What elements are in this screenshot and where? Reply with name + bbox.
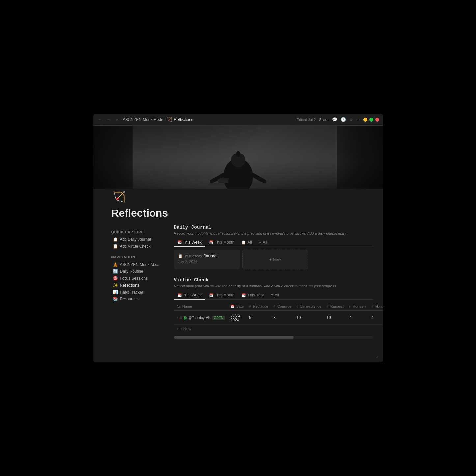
calendar-icon-2: 📅 (209, 240, 213, 245)
sidebar-item-monk-mode[interactable]: 🧘 ASCNZEN Monk Mo... (111, 261, 167, 268)
daily-routine-label: Daily Routine (120, 269, 143, 274)
add-new-label: + New (180, 327, 191, 331)
row-courage-cell: 8 (271, 311, 294, 325)
row-honesty-cell: 7 (346, 311, 369, 325)
col-honor-label: Honor (375, 304, 383, 308)
courage-col-icon: # (273, 305, 275, 308)
row-drag-icon[interactable]: ⠿ (180, 316, 182, 320)
maximize-button[interactable] (369, 118, 373, 122)
virtue-tab-all[interactable]: ≡ All (268, 291, 282, 300)
habit-tracker-label: Habit Tracker (120, 290, 143, 294)
sidebar-item-resources[interactable]: 📚 Resources (111, 295, 167, 302)
page-icon-area: 🏹 (93, 189, 383, 205)
page-icon: 🏹 (111, 189, 127, 205)
col-date-header: 📅 Date (228, 302, 246, 311)
col-date-label: Date (236, 304, 244, 308)
entry-icon: 📋 (178, 254, 182, 258)
sidebar: Quick Capture 📋 Add Daily Journal 📋 Add … (111, 225, 174, 347)
row-honor-cell: 4 (369, 311, 383, 325)
journal-tab-all-grid[interactable]: 📋 All (238, 238, 255, 247)
list-icon: ≡ (259, 240, 261, 244)
sidebar-item-add-virtue[interactable]: 📋 Add Virtue Check (111, 243, 167, 250)
resources-label: Resources (120, 297, 139, 301)
clock-icon[interactable]: 🕐 (341, 117, 346, 122)
virtue-tab-this-month-label: This Month (215, 293, 234, 297)
comment-icon[interactable]: 💬 (332, 117, 337, 122)
journal-entry-card[interactable]: 📋 @Tuesday Journal July 2, 2024 (174, 250, 240, 269)
breadcrumb-parent[interactable]: ASCNZEN Monk Mode (123, 117, 163, 122)
row-name-cell: + ⠿ 🐉 @Tuesday Vir OPEN (174, 311, 228, 325)
sidebar-item-add-journal[interactable]: 📋 Add Daily Journal (111, 236, 167, 243)
date-col-icon: 📅 (230, 305, 234, 308)
daily-journal-description: Record your thoughts and reflections wit… (174, 231, 373, 235)
row-add-icon[interactable]: + (177, 316, 179, 320)
window-controls (363, 118, 379, 122)
row-date-cell: July 2, 2024 (228, 311, 246, 325)
add-journal-label: Add Daily Journal (120, 237, 151, 242)
col-honesty-label: Honesty (353, 304, 366, 308)
sidebar-item-focus-sessions[interactable]: 🎯 Focus Sessions (111, 275, 167, 282)
nav-forward-button[interactable]: → (106, 117, 112, 123)
vc-list-icon: ≡ (271, 293, 273, 297)
virtue-table: Aa Name 📅 Date # Rectitude (174, 302, 383, 325)
journal-tab-this-week-label: This Week (183, 240, 202, 245)
horizontal-scrollbar[interactable] (174, 336, 373, 339)
journal-tab-this-month-label: This Month (215, 240, 234, 245)
reflections-label: Reflections (120, 283, 139, 288)
share-button[interactable]: Share (319, 118, 328, 122)
virtue-tab-all-label: All (275, 293, 279, 297)
breadcrumb-separator: / (165, 117, 166, 122)
close-button[interactable] (375, 118, 379, 122)
virtue-tab-this-week[interactable]: 📅 This Week (174, 291, 205, 300)
journal-tab-this-week[interactable]: 📅 This Week (174, 238, 205, 247)
add-virtue-label: Add Virtue Check (120, 244, 151, 249)
nav-back-button[interactable]: ← (97, 117, 103, 123)
expand-icon[interactable]: ↗ (375, 354, 379, 360)
col-courage-label: Courage (277, 304, 291, 308)
daily-journal-filter-tabs: 📅 This Week 📅 This Month 📋 All ≡ All (174, 238, 373, 247)
journal-tab-this-month[interactable]: 📅 This Month (206, 238, 238, 247)
virtue-tab-this-year[interactable]: 📅 This Year (238, 291, 267, 300)
daily-journal-title: Daily Journal (174, 225, 373, 230)
monk-mode-icon: 🧘 (113, 262, 118, 267)
more-icon[interactable]: ··· (356, 117, 360, 122)
nav-add-button[interactable]: + (114, 117, 120, 123)
respect-col-icon: # (326, 305, 328, 308)
minimize-button[interactable] (363, 118, 367, 122)
sidebar-item-daily-routine[interactable]: 🔄 Daily Routine (111, 268, 167, 275)
breadcrumb-current-label: Reflections (174, 117, 193, 122)
journal-new-card[interactable]: + New (242, 250, 308, 269)
status-badge: OPEN (212, 316, 225, 320)
breadcrumb: ASCNZEN Monk Mode / 🏹 Reflections (123, 117, 193, 122)
benevolence-col-icon: # (296, 305, 298, 308)
row-entry-icon: 🐉 (183, 316, 187, 320)
titlebar: ← → + ASCNZEN Monk Mode / 🏹 Reflections … (93, 114, 383, 126)
calendar-icon: 📅 (177, 240, 182, 245)
col-name-header: Aa Name (174, 302, 228, 311)
journal-tab-all-list[interactable]: ≡ All (256, 238, 270, 247)
col-honor-header: # Honor (369, 302, 383, 311)
hero-image (93, 126, 383, 198)
add-journal-icon: 📋 (113, 237, 118, 242)
rectitude-col-icon: # (249, 305, 251, 308)
table-row[interactable]: + ⠿ 🐉 @Tuesday Vir OPEN July 2, 2024 5 (174, 311, 383, 325)
row-respect-cell: 10 (324, 311, 346, 325)
vc-cal-icon-3: 📅 (241, 293, 246, 297)
col-respect-label: Respect (330, 304, 344, 308)
reflections-icon: ✨ (113, 283, 118, 288)
grid-icon: 📋 (241, 240, 246, 245)
col-respect-header: # Respect (324, 302, 346, 311)
page-title: Reflections (93, 205, 383, 225)
virtue-check-description: Reflect upon your virtues with the hones… (174, 284, 373, 288)
virtue-tab-this-month[interactable]: 📅 This Month (206, 291, 238, 300)
sidebar-item-reflections[interactable]: ✨ Reflections (111, 282, 167, 289)
journal-tab-all-grid-label: All (247, 240, 252, 245)
sidebar-item-habit-tracker[interactable]: 📊 Habit Tracker (111, 289, 167, 295)
star-icon[interactable]: ☆ (349, 117, 353, 122)
scrollbar-thumb (174, 336, 294, 339)
virtue-check-title: Virtue Check (174, 277, 373, 283)
monk-mode-label: ASCNZEN Monk Mo... (120, 262, 159, 267)
add-new-row[interactable]: + + New (174, 325, 373, 333)
daily-routine-icon: 🔄 (113, 269, 118, 274)
honesty-col-icon: # (349, 305, 351, 308)
